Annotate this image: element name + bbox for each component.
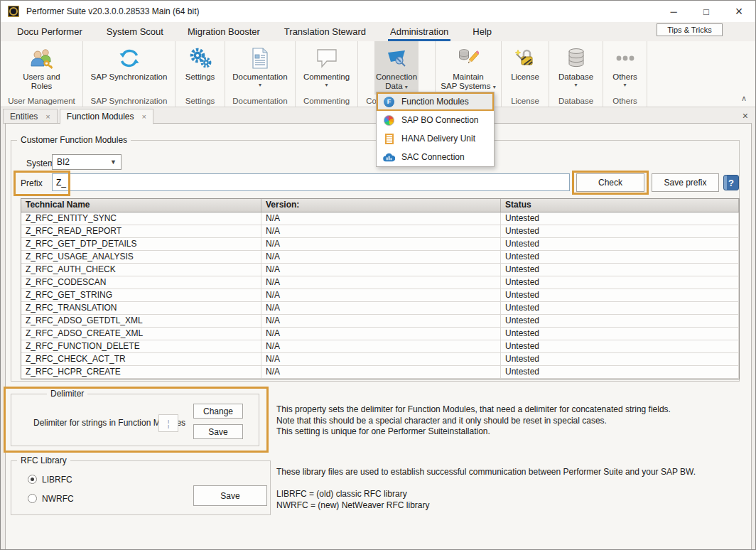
table-cell-version: N/A	[261, 251, 501, 263]
table-cell-status: Untested	[501, 238, 739, 250]
table-row[interactable]: Z_RFC_AUTH_CHECKN/AUntested	[21, 264, 739, 276]
table-cell-version: N/A	[261, 212, 501, 225]
ribbon-collapse-icon[interactable]: ∧	[741, 94, 747, 103]
sap-synchronization-button[interactable]: SAP Synchronization	[83, 41, 175, 95]
ribbon-group-commenting: Commenting ▾ Commenting	[296, 41, 358, 107]
table-cell-status: Untested	[501, 276, 739, 289]
table-row[interactable]: Z_RFC_HCPR_CREATEN/AUntested	[21, 366, 739, 379]
tips-tricks-button[interactable]: Tips & Tricks	[657, 23, 723, 36]
menu-item-function-modules[interactable]: F Function Modules	[377, 92, 494, 111]
delimiter-change-button[interactable]: Change	[193, 404, 243, 419]
menu-migration-booster[interactable]: Migration Booster	[176, 22, 272, 41]
tab-close-icon[interactable]: ×	[45, 112, 50, 121]
table-cell-status: Untested	[501, 328, 739, 340]
license-button[interactable]: License	[502, 41, 549, 95]
menu-item-hana-delivery-unit[interactable]: HANA Delivery Unit	[377, 129, 494, 148]
app-window: Performer Suite v20.3.0.0.28533 Main (64…	[0, 0, 756, 550]
close-button[interactable]: ×	[723, 1, 755, 22]
table-cell-status: Untested	[501, 340, 739, 352]
function-modules-table: Technical Name Version: Status Z_RFC_ENT…	[21, 198, 740, 379]
others-button[interactable]: Others ▾	[603, 41, 647, 95]
tab-close-icon[interactable]: ×	[142, 112, 146, 121]
menu-item-sap-bo-connection[interactable]: SAP BO Connection	[377, 111, 494, 129]
menu-translation-steward[interactable]: Translation Steward	[272, 22, 378, 41]
table-cell-name: Z_RFC_TRANSLATION	[21, 302, 261, 314]
tabstrip-close-icon[interactable]: ×	[742, 110, 748, 122]
table-cell-status: Untested	[501, 366, 739, 378]
maintain-sap-systems-button[interactable]: Maintain SAP Systems ▾	[436, 41, 501, 95]
minimize-button[interactable]: ─	[657, 1, 690, 22]
librfc-label[interactable]: LIBRFC	[42, 475, 72, 485]
prefix-input[interactable]	[52, 173, 570, 191]
table-row[interactable]: Z_RFC_CHECK_ACT_TRN/AUntested	[21, 353, 739, 366]
users-and-roles-button[interactable]: Users and Roles	[1, 41, 82, 95]
fm-table-body: Z_RFC_ENTITY_SYNCN/AUntestedZ_RFC_READ_R…	[21, 212, 739, 379]
tab-entities[interactable]: Entities ×	[3, 109, 58, 124]
group-title: Customer Function Modules	[17, 135, 131, 145]
chevron-down-icon: ▾	[574, 82, 577, 88]
maximize-button[interactable]: □	[690, 1, 723, 22]
table-row[interactable]: Z_RFC_USAGE_ANALYSISN/AUntested	[21, 251, 739, 264]
rfc-save-button[interactable]: Save	[193, 485, 267, 506]
table-row[interactable]: Z_RFC_READ_REPORTN/AUntested	[21, 225, 739, 238]
librfc-radio[interactable]	[28, 475, 37, 484]
delimiter-save-button[interactable]: Save	[193, 424, 243, 439]
column-status[interactable]: Status	[501, 199, 739, 212]
table-cell-name: Z_RFC_AUTH_CHECK	[21, 264, 261, 276]
tab-function-modules[interactable]: Function Modules ×	[60, 109, 153, 124]
table-row[interactable]: Z_RFC_ADSO_GETDTL_XMLN/AUntested	[21, 315, 739, 328]
window-title: Performer Suite v20.3.0.0.28533 Main (64…	[26, 6, 199, 16]
delimiter-value-field[interactable]: ¦	[158, 414, 178, 432]
ribbon-group-license: License License	[502, 41, 549, 107]
nwrfc-label[interactable]: NWRFC	[42, 494, 74, 504]
nwrfc-radio[interactable]	[28, 494, 37, 503]
commenting-button[interactable]: Commenting ▾	[296, 41, 357, 95]
table-cell-version: N/A	[261, 276, 501, 289]
app-logo-icon	[8, 6, 19, 17]
chevron-down-icon: ▾	[405, 84, 408, 90]
column-technical-name[interactable]: Technical Name	[21, 199, 261, 212]
table-cell-version: N/A	[261, 264, 501, 276]
menu-docu-performer[interactable]: Docu Performer	[5, 22, 94, 41]
menu-system-scout[interactable]: System Scout	[94, 22, 176, 41]
column-version[interactable]: Version:	[261, 199, 501, 212]
table-row[interactable]: Z_RFC_CODESCANN/AUntested	[21, 276, 739, 289]
table-cell-name: Z_RFC_HCPR_CREATE	[21, 366, 261, 378]
table-cell-name: Z_RFC_GET_STRING	[21, 289, 261, 301]
table-cell-status: Untested	[501, 315, 739, 327]
save-prefix-button[interactable]: Save prefix	[652, 173, 719, 192]
help-icon[interactable]: ?	[723, 175, 739, 190]
ribbon-group-settings: Settings Settings	[176, 41, 225, 107]
ellipsis-icon	[613, 44, 637, 72]
table-header-row[interactable]: Technical Name Version: Status	[21, 199, 739, 212]
connection-data-button[interactable]: Connection Data ▾	[374, 41, 418, 95]
table-cell-name: Z_RFC_CODESCAN	[21, 276, 261, 289]
table-cell-name: Z_RFC_ADSO_CREATE_XML	[21, 328, 261, 340]
menu-administration[interactable]: Administration	[378, 22, 460, 41]
table-row[interactable]: Z_RFC_FUNCTION_DELETEN/AUntested	[21, 340, 739, 353]
table-row[interactable]: Z_RFC_GET_DTP_DETAILSN/AUntested	[21, 238, 739, 251]
table-cell-version: N/A	[261, 340, 501, 352]
table-cell-name: Z_RFC_READ_REPORT	[21, 225, 261, 237]
chevron-down-icon: ▼	[110, 158, 117, 166]
check-button[interactable]: Check	[576, 173, 644, 192]
system-combobox[interactable]: BI2 ▼	[52, 154, 122, 170]
documentation-button[interactable]: Documentation ▾	[225, 41, 295, 95]
menu-item-sac-connection[interactable]: SAC Connection	[377, 148, 494, 166]
ribbon-group-user-management: Users and Roles User Management	[1, 41, 83, 107]
ribbon-group-database: Database ▾ Database	[549, 41, 603, 107]
table-row[interactable]: Z_RFC_TRANSLATIONN/AUntested	[21, 302, 739, 315]
users-roles-icon	[30, 44, 54, 72]
database-button[interactable]: Database ▾	[549, 41, 603, 95]
settings-button[interactable]: Settings	[176, 41, 225, 95]
table-row[interactable]: Z_RFC_ADSO_CREATE_XMLN/AUntested	[21, 328, 739, 340]
table-cell-name: Z_RFC_GET_DTP_DETAILS	[21, 238, 261, 250]
sac-cloud-icon	[383, 153, 395, 162]
license-lock-icon	[514, 44, 536, 72]
document-tab-strip: Entities × Function Modules ×	[3, 109, 153, 124]
menu-help[interactable]: Help	[460, 22, 504, 41]
connection-data-dropdown: F Function Modules SAP BO Connection HAN…	[376, 92, 495, 167]
document-icon	[252, 44, 269, 72]
table-row[interactable]: Z_RFC_GET_STRINGN/AUntested	[21, 289, 739, 302]
table-row[interactable]: Z_RFC_ENTITY_SYNCN/AUntested	[21, 212, 739, 225]
